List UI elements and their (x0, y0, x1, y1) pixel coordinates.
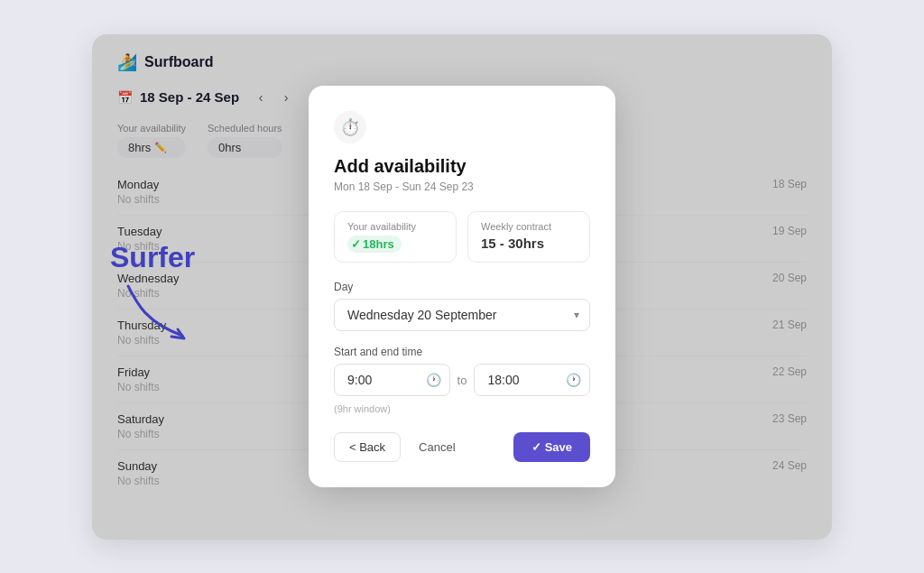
modal-overlay: ⏱️ Add availability Mon 18 Sep - Sun 24 … (92, 34, 832, 540)
save-button[interactable]: ✓ Save (513, 432, 590, 462)
weekly-contract-value: 15 - 30hrs (481, 236, 577, 251)
your-availability-card: Your availability ✓ 18hrs (334, 211, 457, 263)
weekly-contract-label: Weekly contract (481, 221, 577, 232)
window-hint: (9hr window) (334, 403, 590, 414)
to-label: to (457, 374, 467, 387)
day-field-label: Day (334, 281, 590, 293)
modal-clock-icon: ⏱️ (334, 111, 366, 143)
time-row: 🕐 to 🕐 (334, 364, 590, 396)
clock-emoji: ⏱️ (340, 117, 360, 137)
weekly-contract-card: Weekly contract 15 - 30hrs (467, 211, 590, 263)
modal-title: Add availability (334, 156, 590, 177)
availability-check-badge: ✓ 18hrs (347, 236, 402, 253)
app-container: 🏄 Surfboard 📅 18 Sep - 24 Sep ‹ › Your a… (92, 34, 832, 540)
info-cards: Your availability ✓ 18hrs Weekly contrac… (334, 211, 590, 263)
back-button[interactable]: < Back (334, 432, 401, 462)
cancel-button[interactable]: Cancel (411, 433, 462, 461)
your-availability-card-value: ✓ 18hrs (347, 236, 443, 253)
day-select-wrapper[interactable]: Monday 18 September Tuesday 19 September… (334, 299, 590, 331)
add-availability-modal: ⏱️ Add availability Mon 18 Sep - Sun 24 … (309, 86, 615, 487)
modal-actions: < Back Cancel ✓ Save (334, 432, 590, 462)
modal-subtitle: Mon 18 Sep - Sun 24 Sep 23 (334, 180, 590, 193)
day-select[interactable]: Monday 18 September Tuesday 19 September… (334, 299, 590, 331)
start-time-wrapper[interactable]: 🕐 (334, 364, 450, 396)
end-time-wrapper[interactable]: 🕐 (474, 364, 590, 396)
end-time-input[interactable] (474, 364, 590, 396)
your-availability-card-label: Your availability (347, 221, 443, 232)
availability-hours: 18hrs (363, 237, 394, 251)
start-end-label: Start and end time (334, 346, 590, 358)
start-time-input[interactable] (334, 364, 450, 396)
check-icon: ✓ (351, 237, 361, 251)
